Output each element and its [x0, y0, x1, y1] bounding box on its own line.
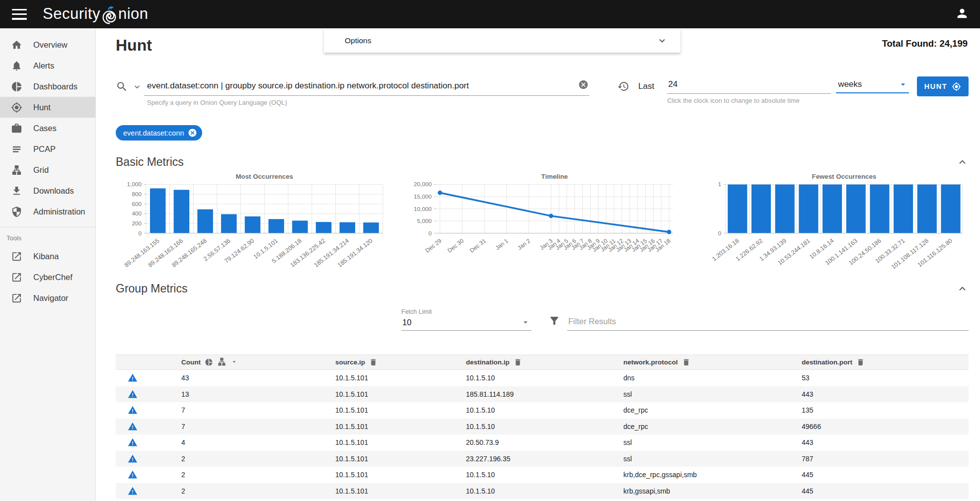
sidebar-item-hunt[interactable]: Hunt	[0, 97, 95, 118]
sidebar-item-kibana[interactable]: Kibana	[0, 246, 95, 267]
list-icon	[11, 143, 22, 155]
table-cell: 2	[181, 455, 335, 463]
table-cell: dce_rpc	[623, 423, 802, 430]
column-source-ip: source.ip	[335, 358, 365, 366]
shield-icon	[11, 206, 22, 217]
query-field: event.dataset:conn | groupby source.ip d…	[144, 76, 590, 106]
table-cell: 10.1.5.101	[335, 455, 466, 463]
warning-triangle-icon[interactable]	[116, 389, 181, 399]
table-cell: 10.1.5.101	[335, 406, 466, 414]
filter-chip[interactable]: event.dataset:conn	[116, 125, 202, 141]
table-row[interactable]: 210.1.5.10123.227.196.35ssl787	[116, 451, 969, 467]
filter-results-input[interactable]: Filter Results	[567, 314, 969, 331]
sidebar-item-grid[interactable]: Grid	[0, 159, 95, 180]
warning-triangle-icon[interactable]	[116, 422, 181, 431]
table-row[interactable]: 210.1.5.10110.1.5.10krb,gssapi,smb445	[116, 483, 969, 500]
sidebar-item-cyberchef[interactable]: CyberChef	[0, 267, 95, 287]
tools-section-label: Tools	[0, 231, 95, 246]
menu-icon[interactable]	[12, 9, 27, 20]
dropdown-caret-icon[interactable]	[230, 358, 238, 367]
table-cell: krb,gssapi,smb	[623, 487, 802, 495]
crosshair-icon	[952, 82, 961, 91]
chip-close-icon[interactable]	[188, 128, 197, 138]
svg-text:20,000: 20,000	[414, 181, 432, 187]
table-cell: 185.81.114.189	[466, 390, 623, 398]
basic-metrics-charts: Most Occurrences02004006008001,00089.248…	[116, 172, 969, 273]
fetch-limit-select[interactable]: Fetch Limit 10	[401, 308, 531, 331]
table-cell: krb,dce_rpc,gssapi,smb	[623, 471, 802, 479]
warning-triangle-icon[interactable]	[116, 437, 181, 447]
svg-text:Jan 1: Jan 1	[494, 237, 509, 251]
filter-funnel-icon	[548, 315, 560, 329]
svg-text:Fewest Occurrences: Fewest Occurrences	[812, 173, 877, 180]
collapse-chevron-up-icon[interactable]	[956, 156, 969, 168]
brand-text-left: Security	[43, 5, 100, 23]
table-cell: 443	[802, 438, 969, 446]
query-history-caret-icon[interactable]	[128, 76, 144, 94]
warning-triangle-icon[interactable]	[116, 454, 181, 464]
top-navbar: Security nion	[0, 0, 980, 28]
groupby-graph-icon[interactable]	[217, 357, 226, 368]
table-cell: dns	[623, 374, 802, 382]
sidebar-item-dashboards[interactable]: Dashboards	[0, 76, 95, 97]
svg-text:Timeline: Timeline	[541, 173, 568, 180]
warning-triangle-icon[interactable]	[116, 470, 181, 480]
basic-metrics-header: Basic Metrics	[116, 155, 969, 169]
sidebar-item-overview[interactable]: Overview	[0, 34, 95, 55]
warning-triangle-icon[interactable]	[116, 405, 181, 415]
time-unit-select[interactable]: weeks	[836, 76, 909, 93]
group-metrics-table: Count source.ip destination.ip ne	[116, 355, 969, 499]
search-icon[interactable]	[116, 76, 128, 95]
hunt-button-label: HUNT	[924, 82, 947, 90]
download-icon	[11, 185, 22, 197]
svg-text:10,000: 10,000	[414, 206, 432, 212]
crosshair-icon	[11, 102, 22, 113]
basic-metrics-title: Basic Metrics	[116, 155, 184, 169]
query-input[interactable]: event.dataset:conn | groupby source.ip d…	[144, 76, 590, 96]
bell-icon	[11, 60, 22, 72]
pie-chart-icon[interactable]	[205, 358, 213, 366]
trash-icon[interactable]	[856, 358, 865, 366]
table-row[interactable]: 710.1.5.10110.1.5.10dce_rpc49666	[116, 419, 969, 435]
sidebar-item-cases[interactable]: Cases	[0, 118, 95, 139]
svg-text:Jan 2: Jan 2	[516, 237, 531, 251]
table-cell: ssl	[623, 390, 802, 398]
home-icon	[11, 39, 22, 51]
hunt-button[interactable]: HUNT	[917, 76, 969, 96]
warning-triangle-icon[interactable]	[116, 373, 181, 383]
table-row[interactable]: 1310.1.5.101185.81.114.189ssl443	[116, 386, 969, 403]
trash-icon[interactable]	[682, 358, 690, 366]
fetch-limit-value: 10	[402, 318, 521, 327]
table-cell: 23.227.196.35	[466, 455, 623, 463]
collapse-chevron-up-icon[interactable]	[956, 283, 969, 295]
table-row[interactable]: 210.1.5.10110.1.5.10krb,dce_rpc,gssapi,s…	[116, 467, 969, 483]
main-content: Options Total Found: 24,199 Hunt event.d…	[96, 28, 980, 501]
time-value-input[interactable]: 24	[667, 76, 831, 94]
user-avatar-icon[interactable]	[955, 6, 969, 22]
clear-query-icon[interactable]	[578, 79, 589, 92]
security-onion-logo: Security nion	[43, 5, 149, 24]
query-bar: event.dataset:conn | groupby source.ip d…	[116, 76, 969, 106]
table-row[interactable]: 4310.1.5.10110.1.5.10dns53	[116, 370, 969, 386]
trash-icon[interactable]	[514, 358, 522, 366]
table-row[interactable]: 710.1.5.10110.1.5.10dce_rpc135	[116, 402, 969, 419]
warning-triangle-icon[interactable]	[116, 486, 181, 496]
column-count: Count	[181, 358, 201, 366]
trash-icon[interactable]	[369, 358, 377, 366]
table-row[interactable]: 410.1.5.10120.50.73.9ssl443	[116, 434, 969, 451]
sidebar-item-administration[interactable]: Administration	[0, 201, 95, 222]
table-cell: 10.1.5.10	[466, 423, 623, 430]
sidebar-item-pcap[interactable]: PCAP	[0, 139, 95, 159]
table-header-row: Count source.ip destination.ip ne	[116, 355, 969, 370]
clock-history-icon[interactable]	[617, 80, 629, 94]
column-destination-port: destination.port	[802, 358, 852, 366]
table-cell: ssl	[623, 455, 802, 463]
table-cell: 135	[802, 406, 969, 414]
options-panel[interactable]: Options	[324, 28, 680, 53]
svg-text:Dec 31: Dec 31	[468, 237, 487, 254]
sidebar-item-alerts[interactable]: Alerts	[0, 55, 95, 76]
sidebar-item-downloads[interactable]: Downloads	[0, 180, 95, 201]
svg-text:15,000: 15,000	[414, 193, 432, 200]
external-link-icon	[11, 292, 22, 304]
sidebar-item-navigator[interactable]: Navigator	[0, 287, 95, 308]
